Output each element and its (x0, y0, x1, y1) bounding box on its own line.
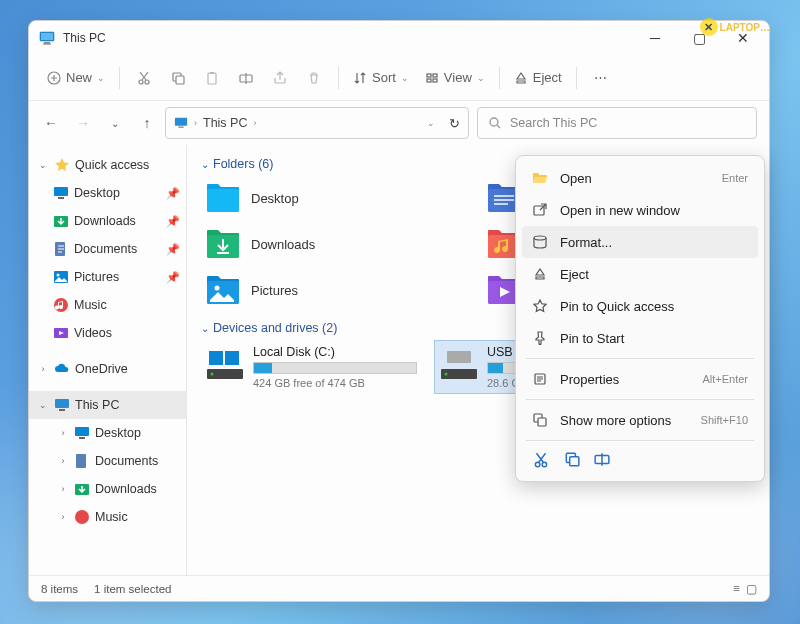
share-button[interactable] (264, 62, 296, 94)
svg-rect-45 (447, 351, 471, 363)
svg-rect-56 (570, 457, 579, 466)
new-button[interactable]: New ⌄ (41, 62, 111, 94)
chevron-down-icon[interactable]: ⌄ (427, 118, 435, 128)
eject-icon (514, 71, 528, 85)
rename-icon[interactable] (594, 451, 610, 469)
svg-point-18 (490, 118, 498, 126)
search-input[interactable]: Search This PC (477, 107, 757, 139)
sidebar-item-downloads[interactable]: Downloads 📌 (29, 207, 186, 235)
music-icon (74, 509, 90, 525)
ctx-open[interactable]: Open Enter (522, 162, 758, 194)
folder-downloads[interactable]: Downloads (201, 223, 474, 265)
ctx-properties[interactable]: Properties Alt+Enter (522, 363, 758, 395)
paste-icon (205, 71, 219, 85)
navigation-pane: ⌄ Quick access Desktop 📌 Downloads 📌 Doc… (29, 145, 187, 575)
downloads-folder-icon (205, 228, 241, 260)
sort-button[interactable]: Sort⌄ (347, 62, 415, 94)
svg-rect-14 (427, 79, 431, 82)
delete-button[interactable] (298, 62, 330, 94)
paste-button[interactable] (196, 62, 228, 94)
ctx-open-new-window[interactable]: Open in new window (522, 194, 758, 226)
pin-icon: 📌 (166, 271, 180, 284)
svg-point-24 (57, 274, 60, 277)
more-button[interactable]: ⋯ (585, 62, 617, 94)
documents-icon (53, 241, 69, 257)
folder-pictures[interactable]: Pictures (201, 269, 474, 311)
chevron-down-icon: ⌄ (201, 323, 209, 334)
cut-icon[interactable] (532, 451, 550, 469)
pin-icon: 📌 (166, 187, 180, 200)
svg-point-47 (445, 373, 448, 376)
up-button[interactable]: ↑ (137, 113, 157, 133)
svg-rect-20 (58, 197, 64, 199)
back-button[interactable]: ← (41, 113, 61, 133)
plus-circle-icon (47, 71, 61, 85)
star-icon (54, 157, 70, 173)
svg-rect-34 (207, 189, 239, 212)
open-new-window-icon (532, 202, 548, 218)
chevron-down-icon: ⌄ (37, 400, 49, 410)
navigation-bar: ← → ⌄ ↑ › This PC › ⌄ ↻ Search This PC (29, 101, 769, 145)
sidebar-item-tp-documents[interactable]: › Documents (29, 447, 186, 475)
copy-button[interactable] (162, 62, 194, 94)
svg-rect-2 (44, 42, 50, 44)
chevron-right-icon: › (57, 428, 69, 438)
chevron-down-icon: ⌄ (477, 73, 485, 83)
svg-point-49 (534, 236, 546, 240)
chevron-down-icon: ⌄ (401, 73, 409, 83)
cut-button[interactable] (128, 62, 160, 94)
folder-desktop[interactable]: Desktop (201, 177, 474, 219)
svg-rect-12 (427, 74, 431, 77)
ctx-pin-start[interactable]: Pin to Start (522, 322, 758, 354)
sidebar-item-quick-access[interactable]: ⌄ Quick access (29, 151, 186, 179)
chevron-down-icon: ⌄ (201, 159, 209, 170)
sidebar-item-documents[interactable]: Documents 📌 (29, 235, 186, 263)
svg-rect-13 (433, 74, 437, 77)
format-icon (532, 234, 548, 250)
sidebar-item-pictures[interactable]: Pictures 📌 (29, 263, 186, 291)
svg-rect-1 (41, 33, 53, 40)
ctx-show-more-options[interactable]: Show more options Shift+F10 (522, 404, 758, 436)
ctx-eject[interactable]: Eject (522, 258, 758, 290)
rename-button[interactable] (230, 62, 262, 94)
ctx-format[interactable]: Format... (522, 226, 758, 258)
sidebar-item-this-pc[interactable]: ⌄ This PC (29, 391, 186, 419)
sidebar-item-onedrive[interactable]: › OneDrive (29, 355, 186, 383)
sidebar-item-desktop[interactable]: Desktop 📌 (29, 179, 186, 207)
sidebar-item-tp-music[interactable]: › Music (29, 503, 186, 531)
forward-button[interactable]: → (73, 113, 93, 133)
sidebar-item-tp-downloads[interactable]: › Downloads (29, 475, 186, 503)
ctx-pin-quick-access[interactable]: Pin to Quick access (522, 290, 758, 322)
minimize-button[interactable]: ─ (633, 23, 677, 53)
status-bar: 8 items 1 item selected ≡ ▢ (29, 575, 769, 601)
drive-local-c[interactable]: Local Disk (C:) 424 GB free of 474 GB (201, 341, 421, 393)
this-pc-icon (174, 116, 188, 130)
svg-point-25 (54, 298, 68, 312)
copy-icon[interactable] (564, 451, 580, 469)
svg-point-44 (211, 373, 214, 376)
selection-count: 1 item selected (94, 583, 171, 595)
sidebar-item-tp-desktop[interactable]: › Desktop (29, 419, 186, 447)
refresh-button[interactable]: ↻ (449, 116, 460, 131)
sidebar-item-music[interactable]: Music (29, 291, 186, 319)
context-menu: Open Enter Open in new window Format... … (515, 155, 765, 482)
eject-icon (532, 266, 548, 282)
view-button[interactable]: View⌄ (419, 62, 491, 94)
breadcrumb-item[interactable]: This PC (203, 116, 247, 130)
sidebar-item-videos[interactable]: Videos (29, 319, 186, 347)
details-view-button[interactable]: ≡ (733, 582, 740, 596)
svg-point-53 (535, 462, 540, 467)
rename-icon (239, 71, 253, 85)
eject-button[interactable]: Eject (508, 62, 568, 94)
desktop-folder-icon (205, 182, 241, 214)
music-icon (53, 297, 69, 313)
downloads-icon (53, 213, 69, 229)
svg-rect-3 (43, 44, 51, 45)
trash-icon (307, 71, 321, 85)
tiles-view-button[interactable]: ▢ (746, 582, 757, 596)
address-bar[interactable]: › This PC › ⌄ ↻ (165, 107, 469, 139)
star-icon (532, 298, 548, 314)
recent-locations-button[interactable]: ⌄ (105, 113, 125, 133)
svg-rect-41 (209, 351, 223, 365)
titlebar: This PC ─ ▢ ✕ (29, 21, 769, 55)
